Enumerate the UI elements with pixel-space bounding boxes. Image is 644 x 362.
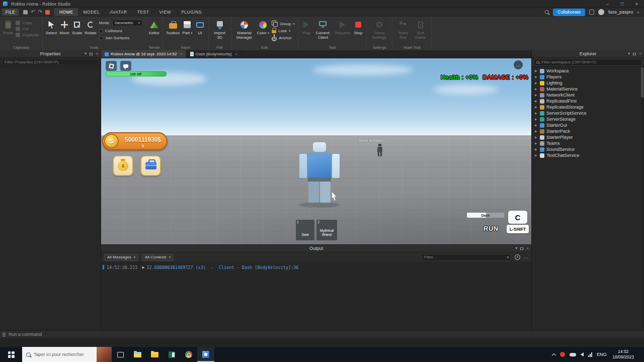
output-header[interactable]: Output ▾ × — [101, 245, 531, 252]
group-caret-icon[interactable]: ▾ — [293, 22, 295, 26]
game-settings-button[interactable]: Game Settings — [370, 19, 389, 40]
close-button[interactable]: × — [629, 0, 644, 8]
expand-arrow-icon[interactable]: ▶ — [535, 81, 538, 84]
part-button[interactable]: Part ▾ — [182, 19, 192, 35]
explorer-item-server-storage[interactable]: ▶ ServerStorage — [532, 116, 644, 122]
output-filter-input[interactable] — [424, 255, 505, 259]
exit-game-button[interactable]: Exit Game — [413, 19, 428, 40]
taskbar-roblox-studio[interactable] — [197, 347, 214, 362]
explorer-close-icon[interactable]: × — [639, 52, 641, 56]
mode-dropdown[interactable]: Geometric ▾ — [112, 20, 142, 26]
explorer-item-sound-service[interactable]: ▶ SoundService — [532, 146, 644, 152]
output-float-icon[interactable] — [520, 247, 523, 250]
user-menu-caret-icon[interactable]: ▾ — [637, 11, 639, 14]
output-menu-caret-icon[interactable]: ▾ — [515, 246, 517, 250]
explorer-item-starter-gui[interactable]: ▶ StarterGui — [532, 122, 644, 128]
lock-caret-icon[interactable]: ▾ — [289, 29, 291, 33]
network-icon[interactable] — [588, 352, 592, 357]
properties-menu-caret-icon[interactable]: ▾ — [85, 52, 87, 56]
messages-filter-dropdown[interactable]: All Messages ▾ — [104, 254, 138, 261]
anchor-button[interactable]: Anchor — [272, 35, 295, 41]
expand-arrow-icon[interactable]: ▶ — [535, 154, 538, 157]
expand-arrow-icon[interactable]: ▶ — [535, 142, 538, 145]
duplicate-button[interactable]: Duplicate — [16, 33, 39, 37]
import-3d-button[interactable]: Import 3D — [212, 19, 228, 40]
filter-caret-icon[interactable]: ▾ — [507, 255, 509, 259]
stop-button[interactable]: Stop — [353, 19, 363, 35]
scale-button[interactable]: Scale — [72, 19, 82, 35]
paste-button[interactable]: Paste — [3, 19, 13, 35]
chat-button[interactable] — [120, 61, 131, 71]
contexts-filter-dropdown[interactable]: All Contexts ▾ — [142, 254, 174, 261]
part-caret-icon[interactable]: ▾ — [191, 31, 193, 35]
taskbar-file-explorer[interactable] — [129, 347, 146, 362]
search-icon[interactable] — [545, 10, 549, 14]
explorer-item-workspace[interactable]: ▶ Workspace — [532, 68, 644, 74]
tab-close-icon[interactable]: × — [180, 52, 183, 56]
explorer-item-teams[interactable]: ▶ Teams — [532, 140, 644, 146]
explorer-item-network-client[interactable]: ▶ NetworkClient — [532, 92, 644, 98]
collisions-checkbox[interactable] — [99, 29, 103, 33]
ui-button[interactable]: UI — [195, 19, 205, 35]
hotbar-slot-2[interactable]: 2 Mythical Wand — [316, 220, 337, 240]
explorer-scrollbar[interactable] — [641, 67, 643, 329]
color-button[interactable]: Color ▾ — [257, 19, 270, 35]
team-test-button[interactable]: Team Test — [395, 19, 411, 40]
search-highlight-thumbnail[interactable] — [97, 347, 112, 362]
output-filter-box[interactable]: ▾ — [422, 254, 511, 261]
properties-float-icon[interactable] — [90, 53, 93, 55]
user-avatar[interactable] — [598, 9, 604, 15]
tab-close-icon[interactable]: × — [235, 52, 237, 56]
explorer-item-replicated-storage[interactable]: ▶ ReplicatedStorage — [532, 104, 644, 110]
file-menu-button[interactable]: FILE — [2, 9, 19, 16]
taskbar-search-input[interactable] — [34, 352, 93, 357]
volume-icon[interactable] — [581, 352, 584, 356]
editor-tab-script[interactable]: Dash [BodyVelocity] × — [187, 50, 242, 58]
more-menu-button[interactable]: … — [514, 60, 523, 69]
group-button[interactable]: Group ▾ — [272, 21, 295, 27]
expand-arrow-icon[interactable]: ▶ — [535, 75, 538, 78]
expand-arrow-icon[interactable]: ▶ — [535, 100, 538, 103]
explorer-menu-caret-icon[interactable]: ▾ — [628, 52, 630, 56]
explorer-filter-input[interactable] — [541, 60, 639, 64]
command-input[interactable] — [9, 332, 641, 337]
explorer-item-starter-player[interactable]: ▶ StarterPlayer — [532, 134, 644, 140]
expand-arrow-icon[interactable]: ▶ — [535, 112, 538, 115]
inventory-button[interactable] — [140, 155, 161, 176]
tray-expand-icon[interactable] — [552, 353, 556, 357]
start-button[interactable] — [0, 347, 22, 362]
notification-app-icon[interactable] — [560, 352, 565, 357]
cut-button[interactable]: Cut — [16, 27, 39, 31]
tab-avatar[interactable]: AVATAR — [105, 8, 132, 16]
explorer-item-lighting[interactable]: ▶ Lighting — [532, 80, 644, 86]
copy-button[interactable]: Copy — [16, 21, 39, 25]
expand-arrow-icon[interactable]: ▶ — [535, 94, 538, 97]
properties-header[interactable]: Properties ▾ × — [0, 50, 101, 58]
rotate-button[interactable]: Rotate — [85, 19, 97, 35]
layout-grid-icon[interactable] — [589, 10, 594, 15]
game-viewport[interactable]: 100 HP … Health : +0% DAMAGE : +0% $ 500… — [101, 58, 531, 244]
expand-arrow-icon[interactable]: ▶ — [535, 130, 538, 133]
expand-arrow-icon[interactable]: ▶ — [535, 118, 538, 121]
editor-tab-place[interactable]: Roblox Arena @ 16 sept. 2023 14:52 × — [101, 50, 187, 58]
tab-test[interactable]: TEST — [132, 8, 154, 16]
tab-view[interactable]: VIEW — [154, 8, 176, 16]
taskbar-clock[interactable]: 14:52 16/09/2023 — [611, 349, 635, 360]
properties-close-icon[interactable]: × — [96, 52, 98, 56]
color-caret-icon[interactable]: ▾ — [268, 31, 270, 35]
maximize-button[interactable]: □ — [615, 0, 629, 8]
properties-filter-input[interactable] — [2, 59, 99, 65]
join-surfaces-checkbox[interactable] — [99, 36, 103, 40]
scrollbar-thumb[interactable] — [641, 67, 643, 98]
explorer-float-icon[interactable] — [633, 53, 636, 55]
timestamp-toggle-icon[interactable] — [515, 254, 520, 260]
resume-button[interactable]: Resume — [335, 19, 351, 35]
expand-arrow-icon[interactable]: ▶ — [535, 106, 538, 109]
quick-stop-icon[interactable] — [45, 10, 50, 15]
tab-model[interactable]: MODEL — [78, 8, 105, 16]
undo-icon[interactable]: ↶ — [31, 10, 35, 15]
expand-arrow-icon[interactable]: ▶ — [535, 148, 538, 151]
taskbar-search[interactable] — [22, 347, 112, 362]
shop-button[interactable]: $ — [113, 155, 133, 176]
toolbox-button[interactable]: Toolbox — [166, 19, 180, 35]
